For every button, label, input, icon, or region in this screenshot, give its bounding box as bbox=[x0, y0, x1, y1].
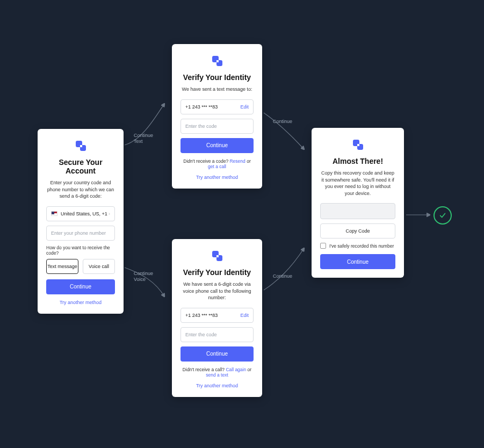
copy-code-button[interactable]: Copy Code bbox=[320, 223, 395, 239]
help-or: or bbox=[245, 158, 251, 164]
continue-button[interactable]: Continue bbox=[46, 279, 115, 294]
logo-icon bbox=[180, 54, 254, 68]
subtitle: Copy this recovery code and keep it some… bbox=[320, 170, 395, 197]
flow-label-continue-text: Continue Text bbox=[134, 133, 153, 144]
receive-method-label: How do you want to receive the code? bbox=[46, 245, 115, 256]
phone-value: +1 243 *** **83 bbox=[185, 104, 218, 110]
help-prefix: Didn't receive a code? bbox=[183, 158, 229, 164]
svg-rect-2 bbox=[80, 145, 82, 147]
verify-voice-card: Verify Your Identity We have sent a 6-di… bbox=[172, 239, 262, 397]
phone-display: +1 243 *** **83 Edit bbox=[180, 308, 254, 323]
logo-icon bbox=[180, 249, 254, 263]
recorded-label: I've safely recorded this number bbox=[329, 243, 394, 249]
page-title: Verify Your Identity bbox=[180, 73, 254, 82]
page-title: Almost There! bbox=[320, 157, 395, 165]
resend-link[interactable]: Resend bbox=[229, 158, 245, 164]
help-line: Didn't receive a call? Call again or sen… bbox=[180, 367, 254, 378]
get-call-link[interactable]: get a call bbox=[208, 164, 226, 169]
code-placeholder: Enter the code bbox=[185, 332, 217, 337]
edit-link[interactable]: Edit bbox=[240, 104, 249, 110]
edit-link[interactable]: Edit bbox=[240, 313, 249, 318]
recorded-checkbox[interactable] bbox=[320, 243, 326, 249]
subtitle: We have sent a text message to: bbox=[180, 86, 254, 93]
verify-text-card: Verify Your Identity We have sent a text… bbox=[172, 44, 262, 189]
subtitle: We have sent a 6-digit code via voice ph… bbox=[180, 281, 254, 301]
help-or: or bbox=[246, 367, 251, 372]
svg-rect-11 bbox=[357, 144, 359, 146]
logo-icon bbox=[46, 139, 115, 153]
flag-us-icon bbox=[51, 211, 57, 216]
continue-button[interactable]: Continue bbox=[320, 254, 395, 269]
option-voice-call[interactable]: Voice call bbox=[83, 259, 115, 274]
svg-rect-5 bbox=[216, 60, 219, 62]
flow-label-continue-2: Continue bbox=[273, 273, 292, 279]
code-input[interactable]: Enter the code bbox=[180, 119, 254, 134]
page-title: Verify Your Identity bbox=[180, 268, 254, 277]
country-select[interactable]: United States, US, +1 › bbox=[46, 206, 115, 221]
subtitle: Enter your country code and phone number… bbox=[46, 179, 115, 200]
recovery-code-box bbox=[320, 203, 395, 219]
help-prefix: Didn't receive a call? bbox=[183, 367, 226, 372]
call-again-link[interactable]: Call again bbox=[226, 367, 246, 372]
flow-label-continue-voice: Continue Voice bbox=[134, 271, 153, 283]
phone-value: +1 243 *** **83 bbox=[185, 313, 218, 318]
continue-button[interactable]: Continue bbox=[180, 138, 254, 153]
continue-button[interactable]: Continue bbox=[180, 346, 254, 362]
code-input[interactable]: Enter the code bbox=[180, 327, 254, 342]
almost-there-card: Almost There! Copy this recovery code an… bbox=[312, 128, 404, 278]
try-another-method-link[interactable]: Try another method bbox=[46, 300, 115, 305]
svg-rect-8 bbox=[216, 255, 219, 257]
phone-display: +1 243 *** **83 Edit bbox=[180, 99, 254, 114]
help-line: Didn't receive a code? Resend or get a c… bbox=[180, 158, 254, 169]
chevron-right-icon: › bbox=[109, 211, 110, 216]
code-placeholder: Enter the code bbox=[185, 124, 217, 129]
option-text-message[interactable]: Text message bbox=[46, 259, 78, 274]
send-text-link[interactable]: send a text bbox=[206, 372, 228, 378]
secure-account-card: Secure Your Account Enter your country c… bbox=[38, 129, 124, 314]
phone-input[interactable]: Enter your phone number bbox=[46, 226, 115, 241]
try-another-method-link[interactable]: Try another method bbox=[180, 383, 254, 388]
logo-icon bbox=[320, 138, 395, 151]
page-title: Secure Your Account bbox=[46, 158, 115, 175]
phone-placeholder: Enter your phone number bbox=[51, 230, 106, 236]
success-icon bbox=[434, 206, 452, 225]
flow-label-continue-1: Continue bbox=[273, 119, 292, 125]
try-another-method-link[interactable]: Try another method bbox=[180, 175, 254, 180]
country-value: United States, US, +1 bbox=[61, 211, 107, 216]
